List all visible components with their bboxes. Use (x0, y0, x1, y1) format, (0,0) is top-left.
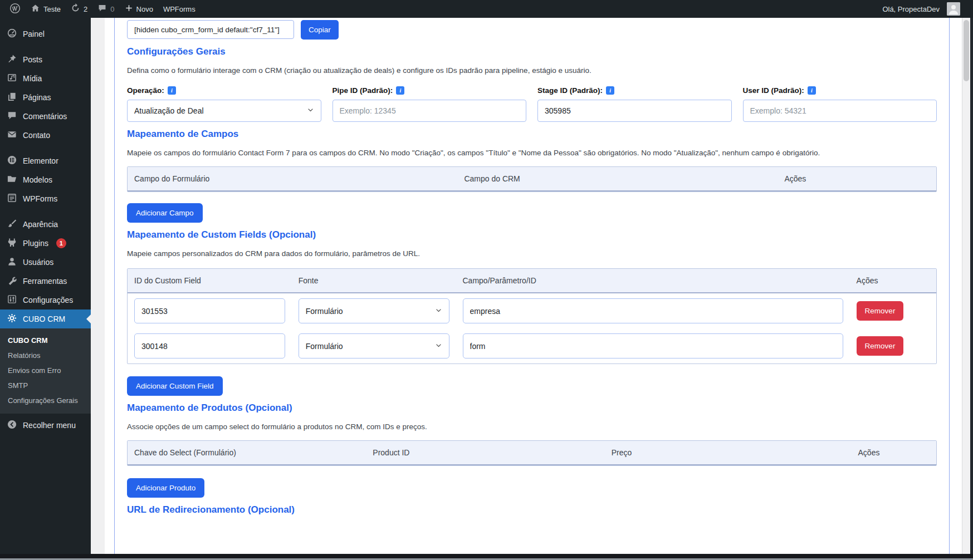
account-menu-item[interactable]: Olá, PropectaDev (877, 0, 965, 18)
custom-field-param-input[interactable] (463, 333, 843, 358)
plugins-update-badge: 1 (56, 238, 66, 248)
user-icon (7, 256, 17, 268)
plus-icon (125, 4, 133, 14)
add-field-button[interactable]: Adicionar Campo (127, 203, 203, 223)
sidebar-separator (0, 43, 91, 50)
field-mapping-title: Mapeamento de Campos (127, 129, 937, 140)
sidebar-item-configuracoes[interactable]: Configurações (0, 291, 91, 310)
scrollbar-track (962, 18, 970, 554)
site-menu-item[interactable]: Teste (26, 0, 66, 18)
field-mapping-table-header: Campo do Formulário Campo do CRM Ações (128, 167, 936, 191)
custom-field-id-input[interactable] (134, 298, 285, 323)
custom-field-row: Formulário Remover (128, 328, 936, 363)
user-id-input[interactable] (743, 100, 937, 122)
remove-button[interactable]: Remover (857, 301, 904, 321)
collapse-menu-button[interactable]: Recolher menu (0, 416, 91, 435)
wp-logo-button[interactable] (4, 0, 26, 18)
custom-field-row: Formulário Remover (128, 293, 936, 328)
plug-icon (7, 237, 17, 249)
column-header: Campo/Parâmetro/ID (456, 269, 850, 292)
column-header: Product ID (366, 441, 604, 464)
sidebar-item-cubo-crm[interactable]: CUBO CRM (0, 310, 91, 328)
submenu-item-cubo-crm[interactable]: CUBO CRM (0, 333, 91, 348)
folder-icon (7, 174, 17, 186)
info-icon[interactable] (396, 86, 404, 95)
stage-id-label: Stage ID (Padrão): (537, 86, 603, 95)
info-icon[interactable] (606, 86, 614, 95)
info-icon[interactable] (168, 86, 176, 95)
add-custom-field-button[interactable]: Adicionar Custom Field (127, 376, 223, 396)
sidebar-item-plugins[interactable]: Plugins 1 (0, 234, 91, 253)
comments-menu-item[interactable]: 0 (92, 0, 119, 18)
chevron-down-icon (435, 342, 442, 351)
new-label: Novo (136, 5, 153, 13)
sidebar-item-comentarios[interactable]: Comentários (0, 107, 91, 126)
general-settings-fields: Operação: Atualização de Deal Pipe ID (P… (127, 85, 937, 122)
sidebar-item-aparencia[interactable]: Aparência (0, 215, 91, 234)
cubo-crm-submenu: CUBO CRM Relatórios Envios com Erro SMTP… (0, 328, 91, 414)
remove-button[interactable]: Remover (857, 336, 904, 356)
pipe-id-label: Pipe ID (Padrão): (333, 86, 393, 95)
wrench-icon (7, 275, 17, 287)
operation-select[interactable]: Atualização de Deal (127, 100, 321, 122)
column-header: Ações (852, 441, 936, 464)
pushpin-icon (7, 53, 17, 66)
sidebar-item-contato[interactable]: Contato (0, 126, 91, 145)
scrollbar-thumb[interactable] (964, 20, 969, 81)
custom-fields-title: Mapeamento de Custom Fields (Opcional) (127, 229, 937, 240)
add-product-button[interactable]: Adicionar Produto (127, 478, 204, 498)
mail-icon (7, 129, 17, 141)
submenu-item-configuracoes-gerais[interactable]: Configurações Gerais (0, 393, 91, 408)
custom-field-id-input[interactable] (134, 333, 285, 358)
custom-field-source-select[interactable]: Formulário (299, 298, 449, 323)
sidebar-item-wpforms[interactable]: WPForms (0, 189, 91, 208)
sidebar-item-posts[interactable]: Posts (0, 50, 91, 69)
pipe-id-input[interactable] (333, 100, 527, 122)
submenu-item-smtp[interactable]: SMTP (0, 378, 91, 393)
settings-panel: Copiar Configurações Gerais Defina como … (114, 18, 950, 554)
wordpress-logo-icon (9, 3, 21, 16)
field-mapping-description: Mapeie os campos do formulário Contact F… (127, 149, 937, 158)
column-header: Fonte (292, 269, 456, 292)
sidebar-item-painel[interactable]: Painel (0, 24, 91, 43)
general-settings-title: Configurações Gerais (127, 46, 937, 57)
column-header: Campo do CRM (457, 167, 778, 190)
content-left-gutter (91, 18, 105, 554)
sidebar-item-modelos[interactable]: Modelos (0, 170, 91, 189)
sidebar-item-elementor[interactable]: Elementor (0, 151, 91, 170)
admin-sidebar: Painel Posts Mídia Páginas Comentários C… (0, 18, 91, 554)
sidebar-item-ferramentas[interactable]: Ferramentas (0, 272, 91, 291)
brush-icon (7, 218, 17, 230)
products-table: Chave do Select (Formulário) Product ID … (127, 440, 937, 466)
operation-field: Operação: Atualização de Deal (127, 85, 321, 122)
site-name: Teste (43, 5, 61, 13)
window-bottom-edge (0, 554, 973, 560)
user-id-field: User ID (Padrão): (743, 85, 937, 122)
updates-menu-item[interactable]: 2 (66, 0, 92, 18)
sliders-icon (7, 294, 17, 306)
column-header: Chave do Select (Formulário) (128, 441, 366, 464)
dashboard-icon (7, 28, 17, 40)
submenu-item-relatorios[interactable]: Relatórios (0, 348, 91, 363)
products-description: Associe opções de um campo select do for… (127, 423, 937, 431)
avatar (947, 2, 960, 16)
user-id-label: User ID (Padrão): (743, 86, 804, 95)
sidebar-separator (0, 208, 91, 215)
stage-id-input[interactable] (537, 100, 732, 122)
column-header: ID do Custom Field (128, 269, 292, 292)
submenu-item-envios-com-erro[interactable]: Envios com Erro (0, 363, 91, 378)
shortcode-input[interactable] (127, 20, 294, 39)
new-menu-item[interactable]: Novo (120, 0, 158, 18)
copy-button[interactable]: Copiar (301, 20, 339, 40)
sidebar-item-paginas[interactable]: Páginas (0, 88, 91, 107)
custom-field-param-input[interactable] (463, 298, 843, 323)
sidebar-separator (0, 145, 91, 151)
wpforms-menu-item[interactable]: WPForms (158, 0, 201, 18)
sidebar-item-usuarios[interactable]: Usuários (0, 253, 91, 272)
update-count: 2 (84, 5, 87, 13)
gear-icon (7, 313, 17, 325)
redirect-url-title: URL de Redirecionamento (Opcional) (127, 504, 937, 515)
info-icon[interactable] (808, 86, 816, 95)
custom-field-source-select[interactable]: Formulário (299, 333, 449, 358)
sidebar-item-midia[interactable]: Mídia (0, 69, 91, 88)
